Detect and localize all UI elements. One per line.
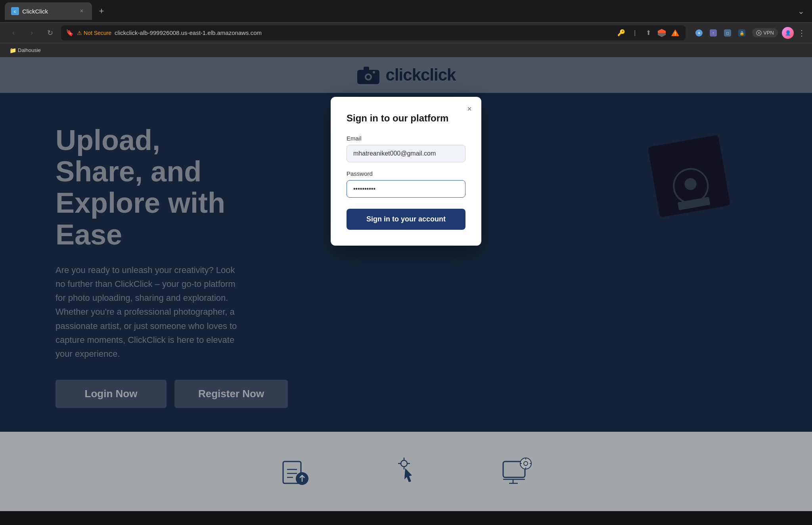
svg-text:🔒: 🔒: [739, 31, 745, 36]
warning-icon: ⚠: [77, 30, 82, 36]
password-form-group: Password: [347, 170, 465, 198]
bookmark-folder-icon: 📁: [10, 47, 16, 54]
email-form-group: Email: [347, 135, 465, 162]
bookmarks-bar: 📁 Dalhousie: [0, 43, 812, 57]
email-label: Email: [347, 135, 465, 142]
separator: |: [629, 27, 640, 38]
tab-bar: C ClickClick × + ⌄: [0, 0, 812, 22]
svg-text:↑: ↑: [712, 31, 714, 35]
svg-text:C: C: [14, 10, 16, 13]
security-warning: ⚠ Not Secure: [77, 30, 111, 36]
extension-icons: ✦ ↑ □ 🔒: [693, 27, 748, 39]
vpn-button[interactable]: VPN: [752, 28, 778, 37]
address-bar-row: ‹ › ↻ 🔖 ⚠ Not Secure clickclick-alb-9999…: [0, 22, 812, 43]
svg-marker-3: [658, 29, 666, 33]
share-icon[interactable]: ⬆: [643, 27, 654, 38]
svg-text:✦: ✦: [697, 31, 701, 35]
modal-close-button[interactable]: ×: [464, 103, 475, 114]
address-icons: 🔑 | ⬆ !: [616, 27, 681, 38]
avatar-initial: 👤: [785, 30, 791, 36]
tab-dropdown-button[interactable]: ⌄: [795, 5, 807, 17]
bookmark-label: Dalhousie: [18, 47, 41, 53]
browser-chrome: C ClickClick × + ⌄ ‹ › ↻ 🔖 ⚠ Not Secure …: [0, 0, 812, 57]
brave-shield-icon[interactable]: [656, 27, 667, 38]
extension-icon-2[interactable]: ↑: [707, 27, 720, 39]
extension-icon-1[interactable]: ✦: [693, 27, 705, 39]
reload-button[interactable]: ↻: [43, 26, 57, 40]
tab-title: ClickClick: [22, 8, 75, 15]
tab-favicon: C: [11, 7, 19, 15]
new-tab-button[interactable]: +: [95, 5, 108, 17]
password-label: Password: [347, 170, 465, 177]
alert-icon[interactable]: !: [670, 27, 681, 38]
back-button[interactable]: ‹: [6, 26, 21, 40]
signin-modal: × Sign in to our platform Email Password…: [331, 97, 481, 246]
security-text: Not Secure: [84, 30, 111, 36]
profile-avatar[interactable]: 👤: [782, 27, 794, 39]
bookmark-dalhousie[interactable]: 📁 Dalhousie: [6, 46, 44, 55]
svg-point-16: [758, 32, 760, 34]
vpn-label: VPN: [763, 30, 774, 36]
modal-title: Sign in to our platform: [347, 113, 465, 124]
address-bar[interactable]: 🔖 ⚠ Not Secure clickclick-alb-999926008.…: [61, 25, 686, 40]
forward-button[interactable]: ›: [25, 26, 39, 40]
tab-close-button[interactable]: ×: [78, 7, 86, 15]
close-icon: ×: [467, 104, 472, 113]
svg-text:□: □: [726, 31, 729, 35]
bookmark-icon: 🔖: [66, 29, 74, 37]
modal-overlay[interactable]: × Sign in to our platform Email Password…: [0, 57, 812, 525]
extension-icon-4[interactable]: 🔒: [735, 27, 748, 39]
email-input[interactable]: [347, 145, 465, 162]
svg-text:!: !: [674, 31, 676, 37]
password-manager-icon[interactable]: 🔑: [616, 27, 627, 38]
url-text: clickclick-alb-999926008.us-east-1.elb.a…: [115, 29, 613, 36]
extension-icon-3[interactable]: □: [721, 27, 734, 39]
password-input[interactable]: [347, 180, 465, 198]
active-tab[interactable]: C ClickClick ×: [5, 2, 92, 20]
signin-button[interactable]: Sign in to your account: [347, 209, 465, 230]
page-content: clickclick Upload, Share, and Explore wi…: [0, 57, 812, 525]
browser-menu-button[interactable]: ⋮: [798, 28, 806, 38]
svg-marker-4: [658, 33, 666, 37]
